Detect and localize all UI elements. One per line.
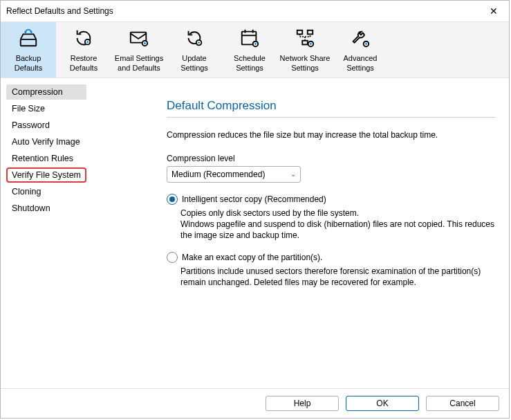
svg-rect-15 (308, 30, 313, 35)
toolbar-label: Email Settings (111, 54, 167, 64)
toolbar-label: Settings (277, 64, 333, 73)
toolbar-label: Network Share (277, 54, 333, 64)
cancel-button[interactable]: Cancel (426, 396, 499, 411)
divider (167, 117, 495, 118)
toolbar-label: Schedule (222, 54, 277, 64)
sidebar-item-shutdown[interactable]: Shutdown (6, 201, 86, 216)
radio-description: Partitions include unused sectors theref… (180, 266, 495, 288)
refresh-arrow-gear-icon (184, 28, 205, 51)
svg-point-20 (365, 43, 367, 45)
calendar-gear-icon (239, 28, 260, 51)
compression-level-label: Compression level (167, 154, 495, 163)
intro-text: Compression reduces the file size but ma… (167, 130, 495, 140)
toolbar-label: Defaults (1, 64, 56, 73)
svg-rect-14 (297, 30, 303, 35)
toolbar: Backup Defaults Restore Defaults (1, 21, 509, 78)
toolbar-label: Update (167, 54, 222, 64)
radio-exact-copy-input[interactable] (167, 252, 178, 263)
toolbar-label: and Defaults (111, 64, 167, 73)
toolbar-label: Backup (1, 54, 56, 64)
radio-intelligent-sector-input[interactable] (167, 194, 178, 205)
close-button[interactable]: ✕ (479, 1, 509, 21)
drive-refresh-icon (18, 28, 39, 51)
compression-level-select[interactable]: Medium (Recommended) ⌄ (167, 166, 301, 183)
sidebar-item-file-size[interactable]: File Size (6, 101, 86, 116)
sidebar-item-password[interactable]: Password (6, 118, 86, 133)
toolbar-backup-defaults[interactable]: Backup Defaults (1, 22, 56, 77)
svg-point-18 (310, 43, 312, 45)
svg-rect-0 (21, 39, 37, 46)
sidebar: Compression File Size Password Auto Veri… (1, 78, 167, 389)
chevron-down-icon: ⌄ (290, 170, 296, 178)
ok-button[interactable]: OK (346, 396, 419, 411)
network-gear-icon (295, 28, 315, 51)
svg-point-5 (144, 42, 146, 44)
window-title: Reflect Defaults and Settings (6, 6, 113, 16)
radio-label: Intelligent sector copy (Recommended) (182, 194, 326, 204)
svg-point-2 (86, 41, 89, 43)
toolbar-label: Settings (222, 64, 277, 73)
svg-rect-16 (302, 41, 308, 45)
toolbar-label: Settings (167, 64, 222, 73)
radio-intelligent-sector: Intelligent sector copy (Recommended) Co… (167, 194, 495, 241)
close-icon: ✕ (490, 6, 498, 17)
page-title: Default Compression (167, 99, 495, 113)
settings-dialog: Reflect Defaults and Settings ✕ Backup D… (0, 0, 510, 419)
toolbar-label: Advanced (333, 54, 388, 64)
svg-point-7 (198, 42, 200, 44)
envelope-gear-icon (129, 28, 149, 51)
radio-label: Make an exact copy of the partition(s). (182, 253, 322, 262)
content-pane: Default Compression Compression reduces … (167, 78, 509, 389)
svg-point-13 (254, 43, 257, 45)
sidebar-item-compression[interactable]: Compression (6, 84, 86, 100)
titlebar: Reflect Defaults and Settings ✕ (1, 1, 509, 21)
radio-exact-copy: Make an exact copy of the partition(s). … (167, 252, 495, 288)
toolbar-advanced-settings[interactable]: Advanced Settings (333, 22, 388, 77)
wrench-gear-icon (350, 28, 371, 51)
dialog-body: Compression File Size Password Auto Veri… (1, 78, 509, 389)
sidebar-item-verify-file-system[interactable]: Verify File System (6, 167, 86, 183)
sidebar-item-cloning[interactable]: Cloning (6, 184, 86, 199)
refresh-gear-icon (73, 28, 94, 51)
toolbar-email-settings[interactable]: Email Settings and Defaults (111, 22, 167, 77)
toolbar-update-settings[interactable]: Update Settings (167, 22, 222, 77)
sidebar-item-retention-rules[interactable]: Retention Rules (6, 151, 86, 166)
toolbar-schedule-settings[interactable]: Schedule Settings (222, 22, 277, 77)
toolbar-network-share[interactable]: Network Share Settings (277, 22, 333, 77)
select-value: Medium (Recommended) (171, 170, 265, 179)
toolbar-label: Defaults (56, 64, 111, 73)
toolbar-restore-defaults[interactable]: Restore Defaults (56, 22, 111, 77)
footer: Help OK Cancel (1, 388, 509, 418)
toolbar-label: Settings (333, 64, 388, 73)
sidebar-item-auto-verify[interactable]: Auto Verify Image (6, 134, 86, 149)
help-button[interactable]: Help (266, 396, 339, 411)
toolbar-label: Restore (56, 54, 111, 64)
radio-description: Copies only disk sectors used by the fil… (180, 208, 495, 241)
